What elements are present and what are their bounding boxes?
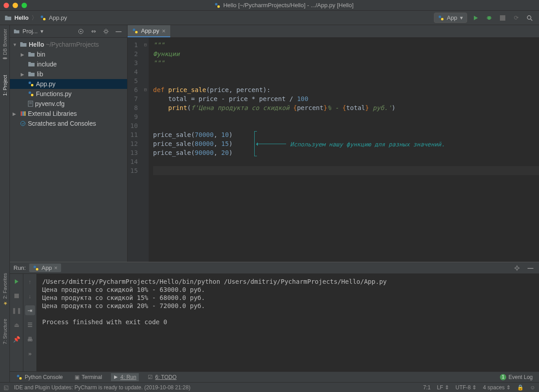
svg-rect-0 — [215, 3, 217, 5]
titlebar: Hello [~/PycharmProjects/Hello] - .../Ap… — [0, 0, 539, 11]
folder-icon — [28, 51, 35, 57]
line-numbers-gutter[interactable]: 123456789101112131415 — [128, 38, 142, 262]
scratches-and-consoles[interactable]: Scratches and Consoles — [10, 119, 127, 128]
stop-button[interactable] — [12, 291, 22, 301]
gear-icon[interactable] — [101, 26, 111, 36]
tree-item[interactable]: Functions.py — [10, 89, 127, 99]
run-output[interactable]: /Users/dmitriy/PycharmProjects/Hello/bin… — [37, 274, 539, 371]
pin-button[interactable]: 📌 — [12, 334, 22, 344]
project-panel-header: Proj... ▾ ⇔ — — [10, 25, 127, 38]
project-tab[interactable]: 1: Project — [1, 73, 9, 97]
breadcrumb-project[interactable]: Hello — [14, 14, 29, 21]
lock-icon[interactable]: 🔒 — [517, 384, 524, 391]
svg-line-13 — [530, 19, 532, 21]
print-button[interactable]: 🖶 — [25, 334, 35, 344]
external-libraries[interactable]: ▶ External Libraries — [10, 109, 127, 119]
soft-wrap-button[interactable]: ⇥ — [25, 305, 35, 315]
svg-point-12 — [527, 16, 531, 19]
minimize-window-button[interactable] — [13, 3, 18, 8]
close-window-button[interactable] — [4, 3, 9, 8]
svg-rect-35 — [17, 374, 19, 377]
tree-item[interactable]: ▶ bin — [10, 49, 127, 59]
caret-position[interactable]: 7:1 — [423, 384, 431, 391]
fold-gutter[interactable]: ⊟⊟ — [142, 38, 149, 262]
expand-arrow-icon[interactable]: ▼ — [13, 42, 18, 47]
indent-setting[interactable]: 4 spaces ⇕ — [483, 384, 510, 391]
close-tab-icon[interactable]: × — [162, 27, 165, 35]
external-libraries-label: External Libraries — [28, 110, 77, 117]
expand-all-icon[interactable]: ⇔ — [88, 26, 98, 36]
navigation-bar: Hello 〉 App.py App ▾ ⟳ — [0, 11, 539, 25]
expand-arrow-icon[interactable]: ▶ — [21, 72, 26, 77]
structure-tab[interactable]: 7: Structure — [1, 317, 9, 346]
svg-point-28 — [21, 121, 25, 126]
run-config-tab-label: App — [41, 264, 52, 271]
python-icon — [16, 374, 22, 380]
hide-panel-icon[interactable]: — — [526, 263, 535, 273]
tree-root-path: ~/PycharmProjects — [46, 41, 99, 48]
tree-item[interactable]: ▶ lib — [10, 69, 127, 79]
gear-icon[interactable] — [512, 263, 522, 273]
tree-item[interactable]: pyvenv.cfg — [10, 99, 127, 109]
chevron-down-icon: ▾ — [460, 14, 463, 21]
locate-icon[interactable] — [76, 26, 86, 36]
favorites-tab[interactable]: ★ 2: Favorites — [1, 271, 9, 308]
svg-rect-21 — [31, 94, 33, 96]
update-running-button[interactable]: ⟳ — [511, 13, 521, 23]
run-configuration-selector[interactable]: App ▾ — [434, 13, 467, 23]
line-separator[interactable]: LF ⇕ — [437, 384, 449, 391]
expand-arrow-icon[interactable]: ▶ — [21, 52, 26, 57]
search-everywhere-button[interactable] — [525, 13, 535, 23]
tree-item[interactable]: include — [10, 59, 127, 69]
code-area[interactable]: """Функции"""def price_sale(price, perce… — [149, 38, 539, 262]
terminal-tab[interactable]: ▣ Terminal — [72, 373, 105, 381]
hide-panel-icon[interactable]: — — [114, 26, 124, 36]
tree-root[interactable]: ▼ Hello ~/PycharmProjects — [10, 40, 127, 49]
more-icon[interactable]: » — [25, 348, 35, 358]
libraries-icon — [20, 110, 26, 117]
expand-arrow-icon[interactable]: ▶ — [13, 111, 18, 116]
svg-rect-11 — [500, 15, 505, 21]
tree-item-label: lib — [37, 70, 43, 78]
stop-button[interactable] — [498, 13, 508, 23]
editor-tab-app[interactable]: App.py × — [128, 25, 170, 37]
scratches-label: Scratches and Consoles — [28, 120, 96, 127]
tree-item[interactable]: App.py — [10, 79, 127, 89]
editor-body[interactable]: 123456789101112131415 ⊟⊟ """Функции"""de… — [128, 38, 539, 262]
file-icon — [28, 101, 33, 107]
file-encoding[interactable]: UTF-8 ⇕ — [455, 384, 477, 391]
status-message[interactable]: IDE and Plugin Updates: PyCharm is ready… — [14, 384, 190, 391]
tool-windows-icon[interactable]: ◱ — [4, 384, 9, 391]
folder-icon — [28, 71, 35, 77]
up-icon[interactable]: ↑ — [25, 277, 35, 286]
exit-button[interactable]: ⏏ — [12, 320, 22, 330]
chevron-down-icon[interactable]: ▾ — [40, 28, 44, 35]
python-console-tab[interactable]: Python Console — [13, 373, 66, 381]
inspector-icon[interactable]: ☺ — [530, 384, 535, 391]
project-tree[interactable]: ▼ Hello ~/PycharmProjects ▶ bin include▶… — [10, 38, 127, 130]
event-log-tab[interactable]: 1 Event Log — [497, 373, 535, 381]
bottom-tool-stripe: Python Console ▣ Terminal 4: Run ☑ 6: TO… — [10, 371, 539, 382]
run-config-tab[interactable]: App × — [29, 264, 61, 272]
rerun-button[interactable] — [12, 277, 22, 286]
svg-rect-31 — [34, 265, 36, 268]
scroll-to-end-button[interactable]: ☰ — [25, 320, 35, 330]
svg-point-17 — [105, 30, 107, 33]
todo-tab[interactable]: ☑ 6: TODO — [145, 373, 179, 381]
debug-button[interactable] — [484, 13, 494, 23]
svg-rect-26 — [22, 111, 24, 116]
run-button[interactable] — [471, 13, 481, 23]
db-browser-tab[interactable]: DB Browser — [1, 27, 9, 64]
breadcrumb[interactable]: Hello 〉 App.py — [4, 14, 67, 22]
run-tab[interactable]: 4: Run — [111, 373, 139, 381]
maximize-window-button[interactable] — [22, 3, 27, 8]
python-icon — [438, 15, 444, 21]
svg-rect-27 — [24, 111, 26, 116]
editor-area: App.py × 123456789101112131415 ⊟⊟ """Фун… — [128, 25, 539, 262]
breadcrumb-file[interactable]: App.py — [49, 14, 67, 21]
close-tab-icon[interactable]: × — [54, 264, 58, 271]
svg-rect-29 — [133, 28, 135, 31]
python-file-icon — [132, 28, 138, 34]
pause-button[interactable]: ❚❚ — [12, 305, 22, 315]
down-icon[interactable]: ↓ — [25, 291, 35, 301]
